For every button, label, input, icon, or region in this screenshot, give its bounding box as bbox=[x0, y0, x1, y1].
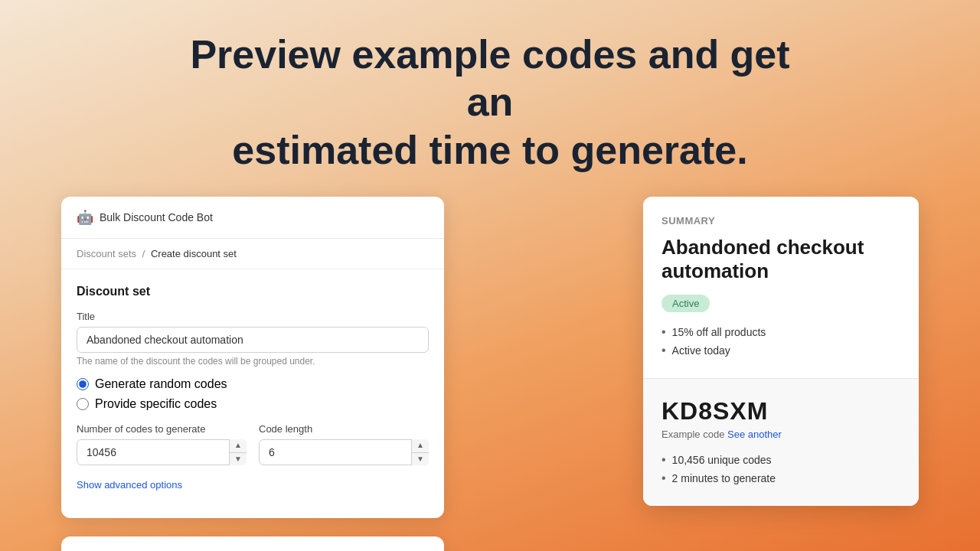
summary-stats-list: 10,456 unique codes 2 minutes to generat… bbox=[662, 451, 900, 487]
title-helper: The name of the discount the codes will … bbox=[77, 356, 429, 367]
breadcrumb-parent[interactable]: Discount sets bbox=[77, 248, 136, 259]
title-label: Title bbox=[77, 311, 429, 322]
summary-card: Summary Abandoned checkout automation Ac… bbox=[643, 197, 919, 505]
form-card: 🤖 Bulk Discount Code Bot Discount sets /… bbox=[61, 197, 444, 518]
radio-specific-item[interactable]: Provide specific codes bbox=[77, 397, 429, 411]
number-field-group: Number of codes to generate ▲ ▼ bbox=[77, 423, 247, 465]
number-label: Number of codes to generate bbox=[77, 423, 247, 435]
summary-stat-codes: 10,456 unique codes bbox=[662, 451, 900, 469]
code-length-input[interactable] bbox=[259, 439, 429, 465]
title-field-group: Title The name of the discount the codes… bbox=[77, 311, 429, 367]
code-length-field-group: Code length ▲ ▼ bbox=[259, 423, 429, 465]
summary-detail-active: Active today bbox=[662, 341, 900, 360]
types-section: Types bbox=[61, 536, 444, 551]
title-input[interactable] bbox=[77, 327, 429, 353]
example-code-text: Example code bbox=[662, 429, 724, 440]
radio-generate-label: Generate random codes bbox=[95, 377, 227, 391]
summary-title: Abandoned checkout automation bbox=[662, 236, 900, 283]
code-type-radio-group: Generate random codes Provide specific c… bbox=[77, 377, 429, 411]
active-badge: Active bbox=[662, 295, 710, 312]
form-body: Discount set Title The name of the disco… bbox=[61, 269, 444, 507]
radio-generate-item[interactable]: Generate random codes bbox=[77, 377, 429, 391]
breadcrumb-current: Create discount set bbox=[151, 248, 237, 259]
example-code-label: Example code See another bbox=[662, 429, 900, 440]
code-length-stepper: ▲ ▼ bbox=[411, 439, 429, 465]
discount-set-section-title: Discount set bbox=[77, 285, 429, 298]
radio-specific-input[interactable] bbox=[77, 398, 89, 410]
code-length-decrement-button[interactable]: ▼ bbox=[412, 453, 429, 466]
show-advanced-link[interactable]: Show advanced options bbox=[77, 479, 182, 491]
page-hero-title: Preview example codes and get an estimat… bbox=[184, 31, 796, 174]
code-length-wrapper: ▲ ▼ bbox=[259, 439, 429, 465]
summary-detail-discount: 15% off all products bbox=[662, 323, 900, 341]
summary-stat-time: 2 minutes to generate bbox=[662, 469, 900, 487]
see-another-link[interactable]: See another bbox=[727, 429, 782, 440]
summary-label: Summary bbox=[662, 215, 900, 227]
breadcrumb-separator: / bbox=[142, 248, 145, 259]
bot-icon: 🤖 bbox=[77, 209, 93, 226]
app-name: Bulk Discount Code Bot bbox=[100, 211, 213, 223]
radio-specific-label: Provide specific codes bbox=[95, 397, 217, 411]
summary-details-list: 15% off all products Active today bbox=[662, 323, 900, 360]
number-decrement-button[interactable]: ▼ bbox=[230, 453, 247, 466]
summary-top: Summary Abandoned checkout automation Ac… bbox=[643, 197, 919, 378]
number-stepper: ▲ ▼ bbox=[229, 439, 247, 465]
breadcrumb: Discount sets / Create discount set bbox=[61, 239, 444, 269]
number-input[interactable] bbox=[77, 439, 247, 465]
radio-generate-input[interactable] bbox=[77, 378, 89, 390]
app-header: 🤖 Bulk Discount Code Bot bbox=[61, 197, 444, 239]
example-code: KD8SXM bbox=[662, 397, 900, 425]
number-increment-button[interactable]: ▲ bbox=[230, 439, 247, 453]
summary-bottom: KD8SXM Example code See another 10,456 u… bbox=[643, 379, 919, 506]
codes-row: Number of codes to generate ▲ ▼ Code len… bbox=[77, 423, 429, 476]
code-length-increment-button[interactable]: ▲ bbox=[412, 439, 429, 453]
code-length-label: Code length bbox=[259, 423, 429, 435]
number-input-wrapper: ▲ ▼ bbox=[77, 439, 247, 465]
